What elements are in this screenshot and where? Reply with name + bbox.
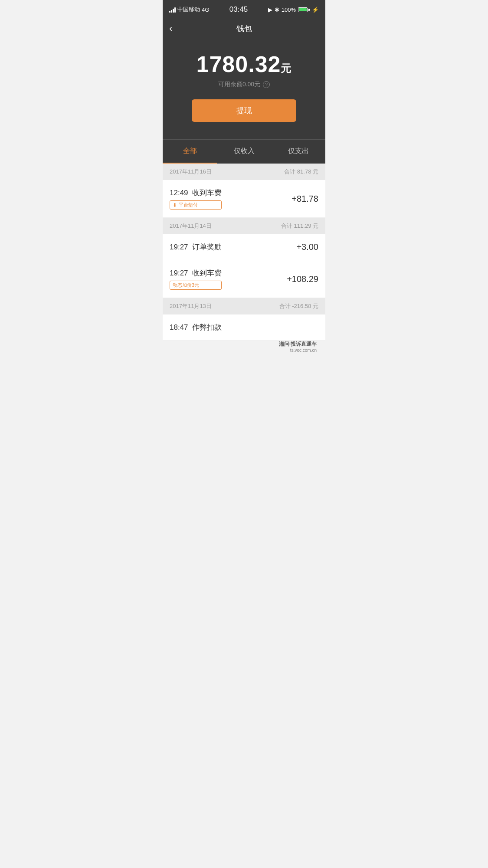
balance-unit: 元 [281, 62, 291, 74]
charging-icon: ⚡ [312, 7, 319, 13]
transaction-item[interactable]: 18:47 作弊扣款 [163, 314, 325, 341]
status-time: 03:45 [229, 5, 248, 14]
transaction-item[interactable]: 19:27 订单奖励 +3.00 [163, 234, 325, 260]
balance-display: 1780.32元 [171, 51, 317, 77]
transaction-item[interactable]: 19:27 收到车费 动态加价3元 +108.29 [163, 260, 325, 298]
transaction-amount: +3.00 [296, 242, 318, 252]
balance-number: 1780.32 [197, 52, 281, 77]
available-label: 可用余额0.00元 [218, 81, 260, 88]
transaction-amount: +81.78 [291, 194, 318, 204]
transaction-info: 12:49 收到车费 ⬇ 平台垫付 [170, 188, 222, 210]
transaction-info: 19:27 订单奖励 [170, 242, 222, 252]
transaction-info: 19:27 收到车费 动态加价3元 [170, 268, 222, 290]
watermark-line1: 湘问·投诉直通车 [163, 341, 317, 348]
date-label-1: 2017年11月16日 [170, 168, 212, 176]
transaction-title: 12:49 收到车费 [170, 188, 222, 198]
watermark: 湘问·投诉直通车 ts.voc.com.cn [163, 338, 321, 355]
tab-expense[interactable]: 仅支出 [271, 140, 325, 164]
transaction-amount: +108.29 [287, 274, 318, 284]
battery-icon [298, 7, 310, 12]
date-header-3: 2017年11月13日 合计 -216.58 元 [163, 298, 325, 314]
transaction-info: 18:47 作弊扣款 [170, 322, 222, 332]
tag-icon: ⬇ [173, 202, 177, 208]
transaction-tag: ⬇ 平台垫付 [170, 200, 222, 210]
tag-label: 动态加价3元 [173, 282, 199, 288]
location-icon: ▶ [268, 7, 272, 13]
watermark-line2: ts.voc.com.cn [163, 348, 317, 353]
back-button[interactable]: ‹ [169, 23, 172, 34]
withdraw-button[interactable]: 提现 [192, 99, 296, 122]
info-icon[interactable]: ? [263, 81, 270, 88]
transaction-title: 18:47 作弊扣款 [170, 322, 222, 332]
date-total-3: 合计 -216.58 元 [279, 302, 318, 310]
status-left: 中国移动 4G [169, 6, 209, 13]
battery-percent: 100% [282, 7, 296, 13]
transaction-item[interactable]: 12:49 收到车费 ⬇ 平台垫付 +81.78 [163, 180, 325, 218]
tab-income[interactable]: 仅收入 [217, 140, 271, 164]
signal-icon [169, 7, 176, 13]
carrier-label: 中国移动 [177, 6, 200, 13]
date-total-1: 合计 81.78 元 [284, 168, 318, 176]
available-balance: 可用余额0.00元 ? [171, 81, 317, 88]
transaction-title: 19:27 订单奖励 [170, 242, 222, 252]
tab-bar: 全部 仅收入 仅支出 [163, 139, 325, 164]
wallet-header: 1780.32元 可用余额0.00元 ? 提现 [163, 38, 325, 139]
transaction-title: 19:27 收到车费 [170, 268, 222, 278]
date-total-2: 合计 111.29 元 [281, 222, 318, 230]
nav-bar: ‹ 钱包 [163, 19, 325, 38]
status-right: ▶ ✱ 100% ⚡ [268, 7, 319, 13]
date-label-2: 2017年11月14日 [170, 222, 212, 230]
page-title: 钱包 [236, 23, 252, 34]
tag-label: 平台垫付 [179, 202, 198, 208]
date-header-2: 2017年11月14日 合计 111.29 元 [163, 218, 325, 234]
last-transaction-area: 18:47 作弊扣款 湘问·投诉直通车 ts.voc.com.cn [163, 314, 325, 357]
network-type: 4G [202, 7, 209, 13]
date-header-1: 2017年11月16日 合计 81.78 元 [163, 164, 325, 180]
status-bar: 中国移动 4G 03:45 ▶ ✱ 100% ⚡ [163, 0, 325, 19]
tab-all[interactable]: 全部 [163, 140, 217, 164]
transaction-list: 2017年11月16日 合计 81.78 元 12:49 收到车费 ⬇ 平台垫付… [163, 164, 325, 357]
transaction-tag: 动态加价3元 [170, 281, 222, 290]
date-label-3: 2017年11月13日 [170, 302, 212, 310]
bluetooth-icon: ✱ [275, 7, 279, 13]
